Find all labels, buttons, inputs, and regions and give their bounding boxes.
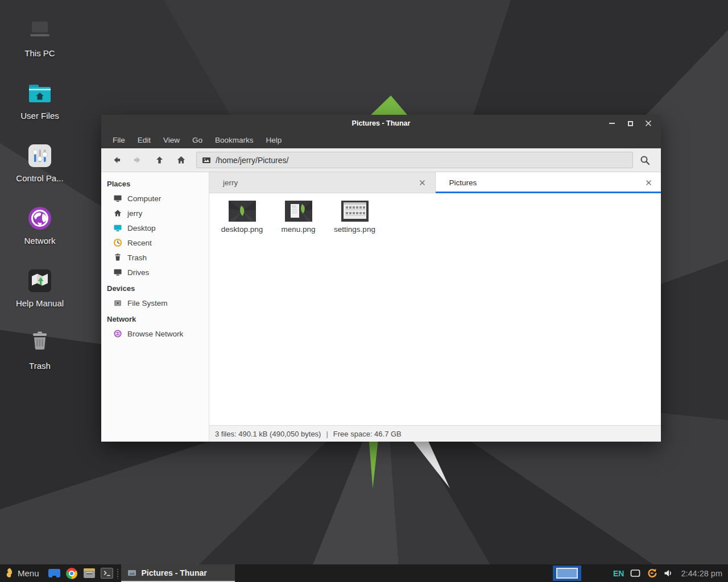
desktop-icon-label: Network [24, 236, 55, 246]
path-bar[interactable] [196, 152, 633, 168]
image-thumbnail [229, 201, 256, 222]
file-cabinet-icon [84, 568, 95, 578]
sidebar-item-label: Computer [127, 194, 161, 203]
file-system-drive-icon [113, 298, 122, 307]
sidebar-item-label: Trash [127, 253, 147, 262]
search-icon [640, 155, 650, 165]
file-name: settings.png [334, 225, 375, 234]
menu-help[interactable]: Help [260, 136, 288, 144]
sidebar-item-file-system[interactable]: File System [101, 296, 209, 310]
maximize-button[interactable] [621, 115, 639, 132]
close-icon [419, 180, 425, 186]
trash-icon [113, 253, 122, 262]
file-manager-launcher[interactable] [81, 564, 98, 582]
desktop-icon-column: This PC User Files [8, 11, 72, 386]
sidebar-item-label: Browse Network [127, 330, 183, 338]
tab-close-button[interactable] [643, 178, 653, 188]
tab-pictures[interactable]: Pictures [436, 172, 661, 193]
sidebar-header-devices: Devices [101, 280, 209, 296]
terminal-launcher[interactable] [98, 564, 116, 582]
forward-button[interactable] [127, 151, 148, 170]
tab-bar: jerry Pictures [209, 172, 661, 193]
image-thumbnail [285, 201, 312, 222]
sidebar-item-label: File System [127, 299, 168, 307]
workspace-switcher[interactable] [553, 566, 581, 581]
workspace-1[interactable] [556, 568, 578, 579]
taskbar: Menu Pictures - Thunar EN [0, 564, 728, 582]
menu-go[interactable]: Go [186, 136, 209, 144]
display-tray-icon[interactable] [630, 569, 640, 577]
back-button[interactable] [105, 151, 127, 170]
file-item[interactable]: menu.png [270, 201, 326, 234]
up-icon [155, 155, 164, 165]
computer-icon [27, 17, 53, 44]
forward-icon [133, 155, 143, 165]
sidebar-item-home[interactable]: jerry [101, 206, 209, 221]
wallpaper-leaf-stem [367, 442, 382, 488]
file-name: desktop.png [221, 225, 263, 234]
menu-file[interactable]: File [106, 136, 131, 144]
desktop-icon-user-files[interactable]: User Files [8, 74, 72, 136]
sidebar-item-computer[interactable]: Computer [101, 191, 209, 206]
image-thumbnail [341, 201, 369, 222]
sidebar-item-label: Drives [127, 268, 149, 277]
close-button[interactable] [639, 115, 657, 132]
tab-jerry[interactable]: jerry [209, 172, 436, 193]
network-globe-icon [27, 205, 52, 232]
show-desktop-launcher[interactable] [46, 564, 63, 582]
status-divider: | [326, 430, 328, 438]
menu-bookmarks[interactable]: Bookmarks [209, 136, 260, 144]
titlebar[interactable]: Pictures - Thunar [101, 115, 661, 132]
file-view[interactable]: desktop.png menu.png [209, 193, 661, 425]
desktop-icon-this-pc[interactable]: This PC [8, 11, 72, 74]
path-input[interactable] [216, 156, 627, 165]
content-pane: jerry Pictures [209, 172, 661, 442]
desktop-icon-label: Help Manual [16, 298, 64, 308]
help-manual-icon [27, 267, 52, 294]
tab-close-button[interactable] [417, 177, 428, 188]
wallpaper-white-shard [407, 442, 452, 488]
close-icon [645, 120, 652, 127]
desktop-icon-label: User Files [20, 111, 59, 120]
desktop-icon-network[interactable]: Network [8, 199, 72, 261]
search-button[interactable] [633, 151, 657, 170]
menu-edit[interactable]: Edit [131, 136, 157, 144]
sidebar-item-browse-network[interactable]: Browse Network [101, 326, 209, 341]
status-bar: 3 files: 490.1 kB (490,050 bytes) | Free… [209, 425, 661, 442]
minimize-button[interactable] [603, 115, 621, 132]
home-folder-icon [27, 80, 53, 107]
desktop-monitor-icon [113, 223, 122, 232]
tab-label: jerry [223, 178, 417, 187]
status-files-text: 3 files: 490.1 kB (490,050 bytes) [215, 430, 321, 438]
volume-icon[interactable] [664, 569, 673, 577]
sidebar-item-drives[interactable]: Drives [101, 265, 209, 280]
desktop-icon-label: Control Pa... [16, 173, 63, 183]
tasklist-handle[interactable] [117, 568, 119, 579]
desktop-icon-label: Trash [29, 361, 51, 371]
keyboard-layout-indicator[interactable]: EN [613, 569, 624, 578]
sidebar-item-trash[interactable]: Trash [101, 250, 209, 265]
clock[interactable]: 2:44:28 pm [681, 569, 722, 578]
computer-icon [113, 194, 122, 203]
control-panel-icon [27, 142, 52, 169]
home-button[interactable] [170, 151, 192, 170]
sidebar-item-desktop[interactable]: Desktop [101, 221, 209, 235]
home-icon [113, 209, 122, 218]
tab-label: Pictures [449, 178, 644, 187]
file-item[interactable]: settings.png [326, 201, 383, 234]
show-desktop-icon [48, 569, 60, 577]
terminal-icon [101, 568, 113, 579]
menu-view[interactable]: View [157, 136, 186, 144]
menu-button[interactable]: Menu [0, 564, 46, 582]
close-icon [646, 180, 652, 186]
desktop-icon-control-panel[interactable]: Control Pa... [8, 136, 72, 199]
up-button[interactable] [148, 151, 170, 170]
thunar-window: Pictures - Thunar File Edit View Go Book… [101, 115, 661, 442]
desktop-icon-help-manual[interactable]: Help Manual [8, 261, 72, 324]
desktop-icon-trash[interactable]: Trash [8, 324, 72, 386]
taskbar-window-button[interactable]: Pictures - Thunar [121, 564, 235, 582]
file-item[interactable]: desktop.png [214, 201, 270, 234]
update-manager-icon[interactable] [647, 568, 657, 579]
browser-launcher[interactable] [63, 564, 81, 582]
sidebar-item-recent[interactable]: Recent [101, 235, 209, 250]
